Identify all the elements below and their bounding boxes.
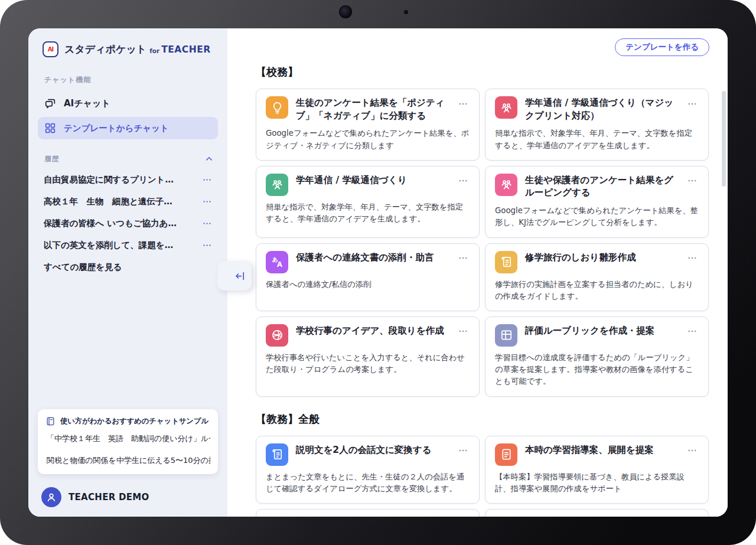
card-description: 簡単な指示で、対象学年、年月、テーマ、文字数を指定すると、学年通信のアイデアを生… (495, 128, 699, 151)
template-card[interactable]: ?○×クイズをつくる○×で答えられるクイズ問題を作成します。教科だけでなく「生徒… (256, 509, 480, 517)
scroll-icon (266, 443, 288, 466)
sidebar-item-label: テンプレートからチャット (64, 123, 169, 134)
chat-icon (44, 97, 57, 110)
sidebar-nav: AIチャットテンプレートからチャット (38, 92, 218, 139)
view-all-history[interactable]: すべての履歴を見る (38, 256, 218, 278)
template-card[interactable]: 本時の学習指導案、展開を提案【本時案】学習指導要領に基づき、教員による授業設計、… (485, 436, 709, 504)
sample-chat-item[interactable]: 関税と物価の関係を中学生に伝える5〜10分の授… (45, 449, 210, 471)
ball-icon (266, 324, 288, 347)
svg-text:A: A (277, 260, 282, 269)
tablet-frame: AI スタディポケット for TEACHER チャット機能 AIチャットテンプ… (0, 0, 756, 545)
user-account[interactable]: TEACHER DEMO (41, 487, 218, 507)
history-header: 履歴 (44, 154, 214, 164)
history-item-menu[interactable] (202, 197, 212, 207)
card-description: Googleフォームなどで集められたアンケート結果を、ポジティブ・ネガティブに分… (266, 128, 470, 151)
template-card[interactable]: 生徒のアンケート結果を「ポジティブ」「ネガティブ」に分類するGoogleフォーム… (256, 89, 480, 161)
card-title: 修学旅行のしおり雛形作成 (525, 252, 678, 265)
card-description: 簡単な指示で、対象学年、年月、テーマ、文字数を指定すると、学年通信のアイデアを生… (266, 201, 470, 225)
card-menu-button[interactable] (457, 98, 470, 111)
app-logo: AI スタディポケット for TEACHER (43, 41, 216, 57)
card-menu-button[interactable] (686, 326, 699, 339)
template-sections: 【校務】生徒のアンケート結果を「ポジティブ」「ネガティブ」に分類するGoogle… (227, 28, 728, 517)
card-title: 学年通信 / 学級通信づくり（マジックプリント対応） (525, 97, 678, 122)
lightbulb-icon (266, 96, 288, 119)
card-header: 評価ルーブリックを作成・提案 (495, 324, 699, 347)
card-menu-button[interactable] (457, 326, 470, 339)
history-item-title: 保護者の皆様へ いつもご協力あ… (44, 218, 177, 229)
create-template-button[interactable]: テンプレートを作る (615, 38, 709, 56)
history-item-menu[interactable] (202, 175, 212, 185)
card-menu-button[interactable] (686, 175, 699, 188)
scroll-icon (495, 251, 517, 273)
template-card[interactable]: テキストから穴埋め問題を3つ程度作成まとまったテキストの中から、穴埋め問題を３つ… (485, 509, 709, 517)
card-menu-button[interactable] (457, 253, 470, 266)
card-header: 学年通信 / 学級通信づくり (266, 174, 470, 196)
card-header: 生徒や保護者のアンケート結果をグルーピングする (495, 174, 699, 200)
card-title: 本時の学習指導案、展開を提案 (525, 444, 678, 457)
card-header: あA保護者への連絡文書の添削・助言 (266, 251, 470, 273)
card-menu-button[interactable] (686, 445, 699, 458)
card-title: 学年通信 / 学級通信づくり (296, 174, 449, 187)
card-description: Googleフォームなどで集められたアンケート結果を、整形し、KJ法でグルーピン… (495, 205, 699, 229)
history-item-menu[interactable] (202, 218, 212, 229)
template-card[interactable]: 学年通信 / 学級通信づくり（マジックプリント対応）簡単な指示で、対象学年、年月… (485, 89, 709, 161)
brand-name: スタディポケット (64, 43, 146, 56)
template-card[interactable]: あA保護者への連絡文書の添削・助言保護者への連絡文/私信の添削 (256, 243, 480, 311)
main-scrollbar[interactable] (722, 91, 726, 187)
chevron-up-icon[interactable] (204, 154, 214, 164)
template-card[interactable]: 生徒や保護者のアンケート結果をグルーピングするGoogleフォームなどで集められ… (485, 166, 709, 238)
card-grid: 生徒のアンケート結果を「ポジティブ」「ネガティブ」に分類するGoogleフォーム… (256, 89, 709, 397)
card-header: 修学旅行のしおり雛形作成 (495, 251, 699, 273)
card-description: まとまった文章をもとに、先生・生徒の２人の会話を通じて確認するダイアローグ方式に… (266, 471, 470, 495)
sidebar-item-template-chat[interactable]: テンプレートからチャット (38, 117, 218, 139)
card-title: 評価ルーブリックを作成・提案 (525, 325, 678, 338)
card-description: 学校行事名や行いたいことを入力すると、それに合わせた段取り・プログラムの考案しま… (266, 352, 470, 376)
collapse-sidebar-icon (234, 270, 246, 282)
brand-product: TEACHER (161, 44, 211, 55)
card-header: 生徒のアンケート結果を「ポジティブ」「ネガティブ」に分類する (266, 96, 470, 122)
history-item-menu[interactable] (202, 240, 212, 250)
sidebar-item-label: AIチャット (64, 98, 110, 109)
history-item-title: 以下の英文を添削して、課題を… (44, 240, 173, 251)
chat-features-label: チャット機能 (44, 75, 227, 85)
card-header: 学年通信 / 学級通信づくり（マジックプリント対応） (495, 96, 699, 122)
collapse-sidebar-button[interactable] (217, 261, 252, 291)
users-icon (266, 174, 288, 196)
samples-card: 使い方がわかるおすすめのチャットサンプル 「中学校１年生 英語 助動詞の使い分け… (38, 409, 218, 474)
sample-chat-item[interactable]: 「中学校１年生 英語 助動詞の使い分け」ルー… (45, 427, 210, 449)
front-camera (339, 5, 352, 18)
card-grid: 説明文を2人の会話文に変換するまとまった文章をもとに、先生・生徒の２人の会話を通… (256, 436, 709, 517)
template-card[interactable]: 修学旅行のしおり雛形作成修学旅行の実施計画を立案する担当者のために、しおりの作成… (485, 243, 709, 311)
view-all-history-label: すべての履歴を見る (44, 262, 122, 273)
card-menu-button[interactable] (686, 98, 699, 111)
history-label: 履歴 (44, 154, 60, 164)
users-icon (495, 174, 517, 196)
card-menu-button[interactable] (457, 445, 470, 458)
document-icon (495, 443, 517, 466)
sidebar-item-ai-chat[interactable]: AIチャット (38, 92, 218, 115)
history-item[interactable]: 以下の英文を添削して、課題を… (38, 234, 218, 256)
person-icon (45, 491, 57, 503)
template-card[interactable]: 学校行事のアイデア、段取りを作成学校行事名や行いたいことを入力すると、それに合わ… (256, 316, 480, 397)
template-card[interactable]: 学年通信 / 学級通信づくり簡単な指示で、対象学年、年月、テーマ、文字数を指定す… (256, 166, 480, 238)
history-list: 自由貿易協定に関するプリント…高校１年 生物 細胞と遺伝子…保護者の皆様へ いつ… (38, 169, 218, 278)
history-item[interactable]: 自由貿易協定に関するプリント… (38, 169, 218, 191)
card-description: 【本時案】学習指導要領に基づき、教員による授業設計、指導案や展開の作成をサポート (495, 471, 699, 495)
studypocket-logo-icon: AI (43, 41, 58, 57)
card-title: 生徒のアンケート結果を「ポジティブ」「ネガティブ」に分類する (296, 97, 449, 122)
template-card[interactable]: 評価ルーブリックを作成・提案学習目標への達成度を評価するための「ルーブリック」の… (485, 316, 709, 397)
card-title: 保護者への連絡文書の添削・助言 (296, 252, 449, 265)
sidebar: AI スタディポケット for TEACHER チャット機能 AIチャットテンプ… (28, 28, 227, 517)
section-title: 【校務】 (256, 65, 709, 79)
section-title: 【教務】全般 (256, 412, 709, 426)
template-card[interactable]: 説明文を2人の会話文に変換するまとまった文章をもとに、先生・生徒の２人の会話を通… (256, 436, 480, 504)
card-description: 学習目標への達成度を評価するための「ルーブリック」の草案を提案します。指導案や教… (495, 352, 699, 388)
card-header: 学校行事のアイデア、段取りを作成 (266, 324, 470, 347)
history-item[interactable]: 高校１年 生物 細胞と遺伝子… (38, 191, 218, 213)
card-menu-button[interactable] (686, 253, 699, 266)
history-item[interactable]: 保護者の皆様へ いつもご協力あ… (38, 213, 218, 234)
user-name: TEACHER DEMO (69, 492, 149, 502)
history-item-title: 自由貿易協定に関するプリント… (44, 174, 174, 185)
users-icon (495, 96, 517, 119)
card-menu-button[interactable] (457, 175, 470, 188)
